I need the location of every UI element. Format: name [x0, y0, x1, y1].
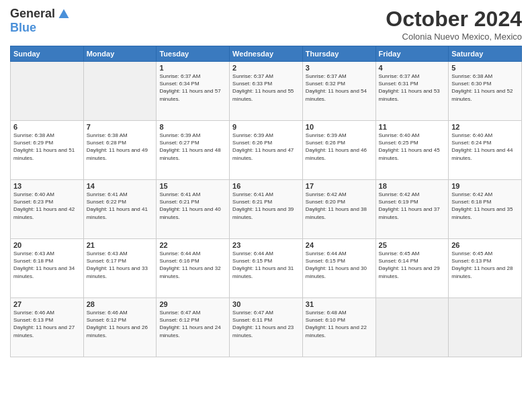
- day-info: Sunrise: 6:44 AM Sunset: 6:15 PM Dayligh…: [232, 250, 300, 280]
- svg-marker-0: [59, 9, 69, 18]
- day-number: 24: [306, 241, 373, 249]
- day-info: Sunrise: 6:45 AM Sunset: 6:13 PM Dayligh…: [451, 250, 519, 280]
- day-number: 3: [306, 64, 373, 72]
- day-header-tuesday: Tuesday: [157, 46, 230, 62]
- day-number: 10: [306, 123, 373, 131]
- day-info: Sunrise: 6:38 AM Sunset: 6:30 PM Dayligh…: [451, 73, 519, 103]
- calendar-cell: 10Sunrise: 6:39 AM Sunset: 6:26 PM Dayli…: [302, 121, 375, 180]
- calendar-cell: [449, 298, 522, 357]
- day-header-sunday: Sunday: [11, 46, 84, 62]
- calendar-cell: 11Sunrise: 6:40 AM Sunset: 6:25 PM Dayli…: [375, 121, 449, 180]
- calendar-cell: 25Sunrise: 6:45 AM Sunset: 6:14 PM Dayli…: [375, 239, 449, 298]
- day-info: Sunrise: 6:40 AM Sunset: 6:24 PM Dayligh…: [451, 132, 519, 162]
- day-number: 12: [451, 123, 519, 131]
- day-number: 13: [13, 182, 81, 190]
- day-number: 22: [159, 241, 226, 249]
- day-number: 21: [87, 241, 154, 249]
- day-number: 28: [87, 300, 154, 308]
- day-info: Sunrise: 6:47 AM Sunset: 6:11 PM Dayligh…: [232, 309, 300, 339]
- day-number: 31: [306, 300, 373, 308]
- day-number: 11: [379, 123, 446, 131]
- calendar-cell: 18Sunrise: 6:42 AM Sunset: 6:19 PM Dayli…: [375, 180, 449, 239]
- calendar-week-1: 1Sunrise: 6:37 AM Sunset: 6:34 PM Daylig…: [11, 62, 522, 121]
- calendar-cell: 23Sunrise: 6:44 AM Sunset: 6:15 PM Dayli…: [230, 239, 303, 298]
- day-number: 17: [306, 182, 373, 190]
- day-info: Sunrise: 6:47 AM Sunset: 6:12 PM Dayligh…: [159, 309, 226, 339]
- calendar-cell: 17Sunrise: 6:42 AM Sunset: 6:20 PM Dayli…: [302, 180, 375, 239]
- calendar-cell: 29Sunrise: 6:47 AM Sunset: 6:12 PM Dayli…: [157, 298, 230, 357]
- day-number: 2: [232, 64, 300, 72]
- calendar-cell: 16Sunrise: 6:41 AM Sunset: 6:21 PM Dayli…: [230, 180, 303, 239]
- calendar-cell: 19Sunrise: 6:42 AM Sunset: 6:18 PM Dayli…: [449, 180, 522, 239]
- calendar-cell: 2Sunrise: 6:37 AM Sunset: 6:33 PM Daylig…: [230, 62, 303, 121]
- calendar-week-4: 20Sunrise: 6:43 AM Sunset: 6:18 PM Dayli…: [11, 239, 522, 298]
- day-number: 19: [451, 182, 519, 190]
- calendar-cell: 21Sunrise: 6:43 AM Sunset: 6:17 PM Dayli…: [83, 239, 157, 298]
- calendar-cell: 6Sunrise: 6:38 AM Sunset: 6:29 PM Daylig…: [11, 121, 84, 180]
- day-number: 7: [87, 123, 154, 131]
- day-info: Sunrise: 6:41 AM Sunset: 6:22 PM Dayligh…: [87, 191, 154, 221]
- month-title: October 2024: [386, 7, 522, 32]
- day-info: Sunrise: 6:38 AM Sunset: 6:28 PM Dayligh…: [87, 132, 154, 162]
- day-info: Sunrise: 6:39 AM Sunset: 6:27 PM Dayligh…: [159, 132, 226, 162]
- day-info: Sunrise: 6:48 AM Sunset: 6:10 PM Dayligh…: [306, 309, 373, 339]
- day-number: 9: [232, 123, 300, 131]
- day-number: 27: [13, 300, 81, 308]
- calendar-cell: 1Sunrise: 6:37 AM Sunset: 6:34 PM Daylig…: [157, 62, 230, 121]
- day-header-friday: Friday: [375, 46, 449, 62]
- logo-icon: [58, 8, 70, 20]
- calendar-cell: 8Sunrise: 6:39 AM Sunset: 6:27 PM Daylig…: [157, 121, 230, 180]
- calendar-cell: 22Sunrise: 6:44 AM Sunset: 6:16 PM Dayli…: [157, 239, 230, 298]
- day-info: Sunrise: 6:44 AM Sunset: 6:15 PM Dayligh…: [306, 250, 373, 280]
- day-info: Sunrise: 6:44 AM Sunset: 6:16 PM Dayligh…: [159, 250, 226, 280]
- calendar-cell: 14Sunrise: 6:41 AM Sunset: 6:22 PM Dayli…: [83, 180, 157, 239]
- header: General Blue October 2024 Colonia Nuevo …: [10, 7, 522, 42]
- day-number: 15: [159, 182, 226, 190]
- calendar-week-2: 6Sunrise: 6:38 AM Sunset: 6:29 PM Daylig…: [11, 121, 522, 180]
- day-number: 16: [232, 182, 300, 190]
- day-number: 18: [379, 182, 446, 190]
- day-number: 26: [451, 241, 519, 249]
- day-info: Sunrise: 6:37 AM Sunset: 6:33 PM Dayligh…: [232, 73, 300, 103]
- calendar-cell: 9Sunrise: 6:39 AM Sunset: 6:26 PM Daylig…: [230, 121, 303, 180]
- calendar-cell: 3Sunrise: 6:37 AM Sunset: 6:32 PM Daylig…: [302, 62, 375, 121]
- calendar-week-3: 13Sunrise: 6:40 AM Sunset: 6:23 PM Dayli…: [11, 180, 522, 239]
- calendar-table: SundayMondayTuesdayWednesdayThursdayFrid…: [10, 46, 522, 357]
- day-info: Sunrise: 6:46 AM Sunset: 6:13 PM Dayligh…: [13, 309, 81, 339]
- calendar-cell: 26Sunrise: 6:45 AM Sunset: 6:13 PM Dayli…: [449, 239, 522, 298]
- calendar-header-row: SundayMondayTuesdayWednesdayThursdayFrid…: [11, 46, 522, 62]
- day-info: Sunrise: 6:37 AM Sunset: 6:31 PM Dayligh…: [379, 73, 446, 103]
- subtitle: Colonia Nuevo Mexico, Mexico: [386, 32, 522, 42]
- calendar-cell: 24Sunrise: 6:44 AM Sunset: 6:15 PM Dayli…: [302, 239, 375, 298]
- calendar-cell: [11, 62, 84, 121]
- day-info: Sunrise: 6:45 AM Sunset: 6:14 PM Dayligh…: [379, 250, 446, 280]
- day-info: Sunrise: 6:37 AM Sunset: 6:32 PM Dayligh…: [306, 73, 373, 103]
- day-info: Sunrise: 6:43 AM Sunset: 6:18 PM Dayligh…: [13, 250, 81, 280]
- calendar-cell: 12Sunrise: 6:40 AM Sunset: 6:24 PM Dayli…: [449, 121, 522, 180]
- day-info: Sunrise: 6:42 AM Sunset: 6:18 PM Dayligh…: [451, 191, 519, 221]
- page: General Blue October 2024 Colonia Nuevo …: [0, 0, 532, 411]
- day-info: Sunrise: 6:39 AM Sunset: 6:26 PM Dayligh…: [306, 132, 373, 162]
- logo: General Blue: [10, 7, 70, 35]
- calendar-cell: [83, 62, 157, 121]
- day-info: Sunrise: 6:38 AM Sunset: 6:29 PM Dayligh…: [13, 132, 81, 162]
- calendar-cell: 20Sunrise: 6:43 AM Sunset: 6:18 PM Dayli…: [11, 239, 84, 298]
- logo-blue-text: Blue: [10, 21, 36, 35]
- day-number: 25: [379, 241, 446, 249]
- calendar-cell: 27Sunrise: 6:46 AM Sunset: 6:13 PM Dayli…: [11, 298, 84, 357]
- calendar-cell: 7Sunrise: 6:38 AM Sunset: 6:28 PM Daylig…: [83, 121, 157, 180]
- day-number: 6: [13, 123, 81, 131]
- day-number: 23: [232, 241, 300, 249]
- day-number: 1: [159, 64, 226, 72]
- calendar-cell: 15Sunrise: 6:41 AM Sunset: 6:21 PM Dayli…: [157, 180, 230, 239]
- day-header-saturday: Saturday: [449, 46, 522, 62]
- day-info: Sunrise: 6:41 AM Sunset: 6:21 PM Dayligh…: [159, 191, 226, 221]
- calendar-cell: 30Sunrise: 6:47 AM Sunset: 6:11 PM Dayli…: [230, 298, 303, 357]
- calendar-cell: 31Sunrise: 6:48 AM Sunset: 6:10 PM Dayli…: [302, 298, 375, 357]
- day-info: Sunrise: 6:39 AM Sunset: 6:26 PM Dayligh…: [232, 132, 300, 162]
- calendar-cell: 5Sunrise: 6:38 AM Sunset: 6:30 PM Daylig…: [449, 62, 522, 121]
- day-number: 14: [87, 182, 154, 190]
- day-number: 8: [159, 123, 226, 131]
- day-info: Sunrise: 6:42 AM Sunset: 6:20 PM Dayligh…: [306, 191, 373, 221]
- day-number: 4: [379, 64, 446, 72]
